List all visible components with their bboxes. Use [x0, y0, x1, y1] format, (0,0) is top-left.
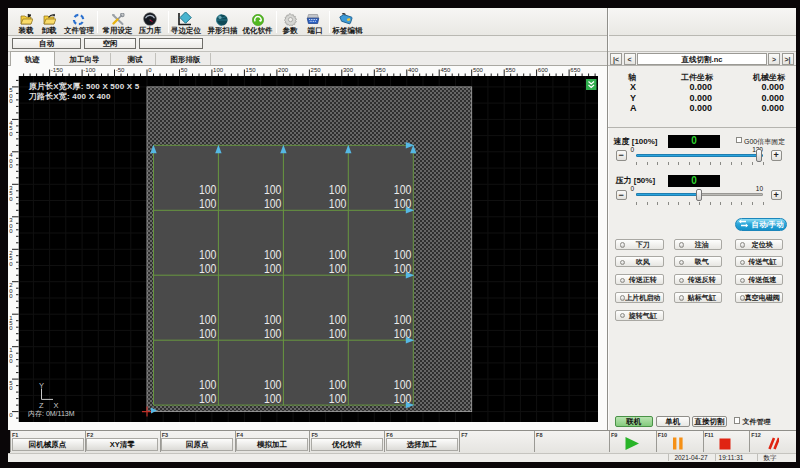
svg-text:350: 350	[376, 67, 387, 73]
svg-text:100: 100	[199, 326, 217, 341]
svg-text:100: 100	[199, 247, 217, 262]
svg-text:100: 100	[264, 196, 282, 211]
svg-text:450: 450	[440, 67, 451, 73]
svg-text:100: 100	[394, 182, 412, 197]
svg-text:100: 100	[199, 391, 217, 406]
svg-text:500: 500	[473, 67, 484, 73]
svg-text:刀路长X宽: 400 X 400: 刀路长X宽: 400 X 400	[28, 92, 111, 101]
svg-text:100: 100	[329, 391, 347, 406]
svg-text:100: 100	[329, 326, 347, 341]
svg-text:550: 550	[505, 67, 516, 73]
svg-text:100: 100	[329, 261, 347, 276]
svg-text:100: 100	[264, 326, 282, 341]
svg-text:-150: -150	[51, 67, 64, 73]
svg-text:100: 100	[329, 182, 347, 197]
svg-text:100: 100	[199, 196, 217, 211]
svg-text:100: 100	[264, 247, 282, 262]
svg-text:-50: -50	[116, 67, 125, 73]
svg-text:100: 100	[394, 312, 412, 327]
svg-text:Y: Y	[39, 381, 44, 390]
svg-text:100: 100	[264, 391, 282, 406]
svg-text:150: 150	[246, 67, 257, 73]
svg-text:200: 200	[278, 67, 289, 73]
svg-text:100: 100	[199, 182, 217, 197]
svg-text:100: 100	[264, 261, 282, 276]
svg-text:100: 100	[199, 312, 217, 327]
svg-text:100: 100	[394, 196, 412, 211]
svg-text:50: 50	[181, 67, 188, 73]
svg-text:100: 100	[329, 196, 347, 211]
svg-text:原片长X宽X厚: 500 X 500 X 5: 原片长X宽X厚: 500 X 500 X 5	[28, 82, 140, 91]
svg-text:100: 100	[394, 247, 412, 262]
svg-text:100: 100	[329, 247, 347, 262]
svg-text:X: X	[54, 401, 59, 410]
svg-text:100: 100	[394, 377, 412, 392]
svg-text:100: 100	[394, 261, 412, 276]
svg-text:100: 100	[264, 182, 282, 197]
svg-text:400: 400	[408, 67, 419, 73]
svg-text:100: 100	[264, 312, 282, 327]
svg-text:600: 600	[538, 67, 549, 73]
svg-text:100: 100	[264, 377, 282, 392]
svg-text:内存: 0M/113M: 内存: 0M/113M	[28, 410, 75, 417]
svg-text:650: 650	[570, 67, 581, 73]
svg-text:100: 100	[394, 391, 412, 406]
svg-text:-100: -100	[83, 67, 96, 73]
svg-text:100: 100	[329, 312, 347, 327]
svg-text:250: 250	[311, 67, 322, 73]
svg-text:100: 100	[213, 67, 224, 73]
svg-text:Z: Z	[39, 401, 44, 410]
svg-text:100: 100	[394, 326, 412, 341]
svg-text:100: 100	[199, 377, 217, 392]
svg-text:100: 100	[199, 261, 217, 276]
svg-text:300: 300	[343, 67, 354, 73]
svg-text:100: 100	[329, 377, 347, 392]
